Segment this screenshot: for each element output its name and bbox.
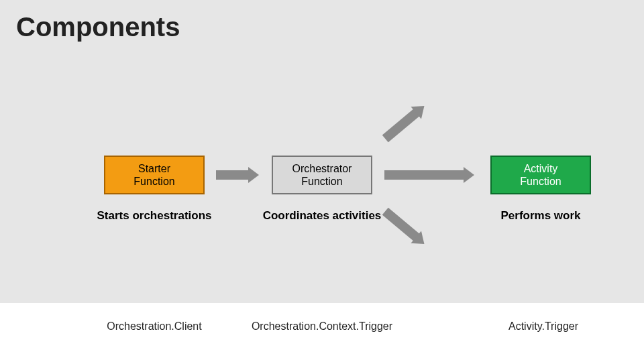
arrow-orchestrator-to-activity bbox=[384, 170, 465, 180]
box-activity-function: Activity Function bbox=[490, 156, 591, 194]
desc-activity: Performs work bbox=[474, 209, 608, 223]
slide: Components Starter Function Orchestrator… bbox=[0, 0, 644, 362]
box-starter-function: Starter Function bbox=[104, 156, 205, 194]
box-orchestrator-label: Orchestrator Function bbox=[292, 162, 352, 188]
desc-orchestrator: Coordinates activities bbox=[255, 209, 389, 223]
arrow-head-icon bbox=[411, 231, 430, 250]
footer-band bbox=[0, 303, 644, 362]
page-title: Components bbox=[16, 12, 180, 42]
arrow-head-icon bbox=[248, 167, 259, 183]
footer-orchestrator-label: Orchestration.Context.Trigger bbox=[235, 320, 409, 333]
footer-activity-label: Activity.Trigger bbox=[470, 320, 617, 333]
footer-starter-label: Orchestration.Client bbox=[74, 320, 235, 333]
arrow-orchestrator-up bbox=[382, 109, 420, 143]
arrow-head-icon bbox=[464, 167, 474, 183]
arrow-starter-to-orchestrator bbox=[216, 170, 250, 180]
arrow-head-icon bbox=[411, 100, 430, 119]
box-orchestrator-function: Orchestrator Function bbox=[272, 156, 372, 194]
desc-starter: Starts orchestrations bbox=[87, 209, 221, 223]
box-starter-label: Starter Function bbox=[133, 162, 174, 188]
box-activity-label: Activity Function bbox=[520, 162, 561, 188]
